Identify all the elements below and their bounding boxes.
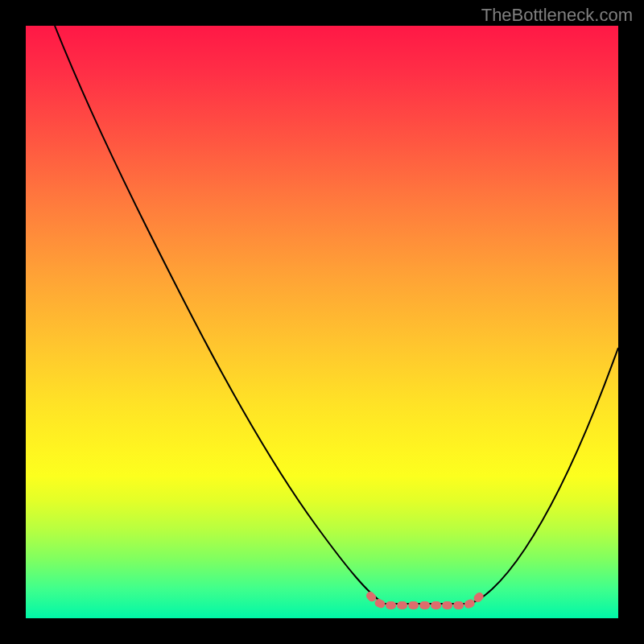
chart-svg	[26, 26, 618, 618]
watermark-text: TheBottleneck.com	[481, 5, 633, 26]
highlight-dotted-segment	[370, 594, 481, 605]
chart-plot-area	[26, 26, 618, 618]
main-curve	[55, 26, 618, 604]
